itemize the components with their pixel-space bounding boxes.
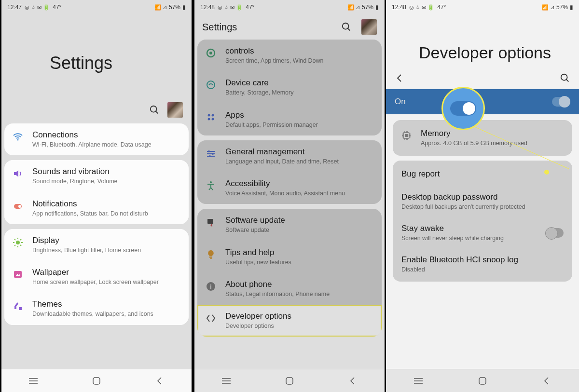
- svg-rect-20: [93, 378, 100, 384]
- item-title: Connections: [32, 130, 181, 140]
- home-button[interactable]: [91, 376, 102, 386]
- back-button[interactable]: [154, 376, 165, 386]
- back-icon[interactable]: [395, 73, 404, 83]
- item-title: Stay awake: [401, 224, 545, 233]
- memory-card[interactable]: MemoryApprox. 4.0 GB of 5.9 GB memory us…: [393, 120, 572, 156]
- settings-item-developer-options[interactable]: Developer optionsDeveloper options: [197, 305, 382, 337]
- svg-line-22: [348, 28, 350, 31]
- battery-icon: ▮: [570, 4, 573, 11]
- toggle[interactable]: [545, 228, 564, 238]
- item-subtitle: Screen will never sleep while charging: [401, 235, 545, 242]
- item-subtitle: Wi-Fi, Bluetooth, Airplane mode, Data us…: [32, 141, 181, 149]
- settings-item-general-management[interactable]: General managementLanguage and input, Da…: [197, 140, 382, 172]
- settings-item-sounds-and-vibration[interactable]: Sounds and vibrationSound mode, Ringtone…: [4, 160, 189, 192]
- phone-screen-1: 12:47 ◎ ☆ ✉ 🔋 47° 📶 ⊿ 57% ▮ Settings Con…: [0, 0, 193, 392]
- settings-item-software-update[interactable]: Software updateSoftware update: [197, 209, 382, 241]
- back-button[interactable]: [347, 376, 358, 386]
- dev-item-enable-bluetooth-hci-snoop-log[interactable]: Enable Bluetooth HCI snoop logDisabled: [393, 248, 572, 280]
- svg-rect-37: [207, 219, 213, 224]
- settings-group: General managementLanguage and input, Da…: [197, 140, 382, 204]
- search-icon[interactable]: [560, 73, 570, 83]
- recents-button[interactable]: [413, 376, 424, 386]
- profile-avatar[interactable]: [361, 19, 377, 35]
- memory-icon: [400, 130, 412, 141]
- status-temp: 47°: [246, 4, 254, 11]
- svg-point-5: [16, 241, 20, 244]
- svg-point-35: [209, 155, 211, 157]
- wifi-icon: 📶 ⊿: [154, 4, 167, 11]
- item-subtitle: Status, Legal information, Phone name: [225, 290, 374, 298]
- item-subtitle: Software update: [225, 226, 374, 234]
- general-icon: [205, 148, 217, 160]
- status-icons-left: ◎ ☆ ✉ 🔋: [25, 4, 50, 11]
- annotation-callout: [441, 87, 485, 130]
- settings-item-tips-and-help[interactable]: Tips and helpUseful tips, new features: [197, 241, 382, 273]
- home-button[interactable]: [284, 376, 295, 386]
- item-title: Device care: [225, 78, 374, 88]
- nav-bar: [194, 369, 385, 392]
- settings-item-controls[interactable]: controlsScreen time, App timers, Wind Do…: [197, 40, 382, 71]
- devicecare-icon: [205, 79, 217, 91]
- status-bar: 12:48 ◎ ☆ ✉ 🔋 47° 📶 ⊿ 57% ▮: [194, 0, 385, 14]
- svg-point-34: [212, 153, 214, 155]
- item-subtitle: Desktop full backups aren't currently pr…: [401, 203, 564, 210]
- item-title: Desktop backup password: [401, 192, 564, 202]
- item-subtitle: Disabled: [401, 266, 564, 273]
- settings-item-notifications[interactable]: NotificationsApp notifications, Status b…: [4, 192, 189, 224]
- status-temp: 47°: [437, 4, 446, 11]
- recents-button[interactable]: [28, 376, 39, 386]
- settings-item-connections[interactable]: ConnectionsWi-Fi, Bluetooth, Airplane mo…: [4, 123, 189, 155]
- accessibility-icon: [205, 180, 217, 191]
- item-title: Notifications: [32, 199, 181, 209]
- wifi-icon: [12, 131, 24, 143]
- notif-icon: [12, 200, 24, 212]
- page-title: Settings: [1, 14, 192, 102]
- settings-item-about-phone[interactable]: iAbout phoneStatus, Legal information, P…: [197, 273, 382, 305]
- header: Settings: [194, 14, 385, 40]
- master-toggle[interactable]: [552, 97, 570, 107]
- settings-item-themes[interactable]: ThemesDownloadable themes, wallpapers, a…: [4, 293, 189, 324]
- developer-options-list[interactable]: MemoryApprox. 4.0 GB of 5.9 GB memory us…: [386, 120, 579, 369]
- sound-icon: [12, 168, 24, 179]
- svg-point-25: [207, 81, 215, 89]
- svg-rect-44: [286, 378, 293, 384]
- nav-bar: [386, 369, 579, 392]
- item-subtitle: Default apps, Permission manager: [225, 121, 374, 129]
- item-subtitle: Screen time, App timers, Wind Down: [225, 57, 374, 65]
- search-icon[interactable]: [149, 105, 160, 115]
- item-title: Bug report: [401, 169, 564, 179]
- item-subtitle: Downloadable themes, wallpapers, and ico…: [32, 310, 181, 318]
- item-title: Apps: [225, 110, 374, 120]
- settings-item-device-care[interactable]: Device careBattery, Storage, Memory: [197, 71, 382, 103]
- settings-item-display[interactable]: DisplayBrightness, Blue light filter, Ho…: [4, 229, 189, 261]
- item-title: Developer options: [225, 311, 374, 321]
- svg-point-29: [212, 118, 214, 120]
- search-icon[interactable]: [341, 22, 352, 32]
- item-subtitle: Sound mode, Ringtone, Volume: [32, 177, 181, 185]
- toolbar: [386, 67, 579, 89]
- nav-bar: [1, 369, 192, 392]
- home-button[interactable]: [477, 376, 488, 386]
- svg-rect-48: [405, 134, 408, 137]
- dev-item-stay-awake[interactable]: Stay awakeScreen will never sleep while …: [393, 217, 572, 248]
- battery-icon: ▮: [375, 4, 379, 11]
- settings-item-accessibility[interactable]: AccessibilityVoice Assistant, Mono audio…: [197, 172, 382, 204]
- settings-list[interactable]: controlsScreen time, App timers, Wind Do…: [194, 40, 385, 369]
- settings-item-apps[interactable]: AppsDefault apps, Permission manager: [197, 104, 382, 135]
- item-title: controls: [225, 46, 374, 56]
- settings-item-wallpaper[interactable]: WallpaperHome screen wallpaper, Lock scr…: [4, 261, 189, 293]
- status-bar: 12:48 ◎ ☆ ✉ 🔋 47° 📶 ⊿ 57% ▮: [386, 0, 579, 14]
- wifi-icon: 📶 ⊿: [542, 4, 554, 11]
- status-battery: 57%: [362, 4, 373, 11]
- phone-screen-2: 12:48 ◎ ☆ ✉ 🔋 47° 📶 ⊿ 57% ▮ Settings con…: [193, 0, 386, 392]
- back-button[interactable]: [541, 376, 552, 386]
- item-title: Tips and help: [225, 248, 374, 257]
- settings-list[interactable]: ConnectionsWi-Fi, Bluetooth, Airplane mo…: [1, 123, 192, 369]
- dev-item-desktop-backup-password[interactable]: Desktop backup passwordDesktop full back…: [393, 186, 572, 217]
- svg-point-26: [208, 114, 210, 116]
- wallpaper-icon: [12, 269, 24, 280]
- recents-button[interactable]: [221, 376, 232, 386]
- profile-avatar[interactable]: [167, 102, 183, 118]
- toolbar: [1, 102, 192, 123]
- svg-line-46: [566, 80, 569, 82]
